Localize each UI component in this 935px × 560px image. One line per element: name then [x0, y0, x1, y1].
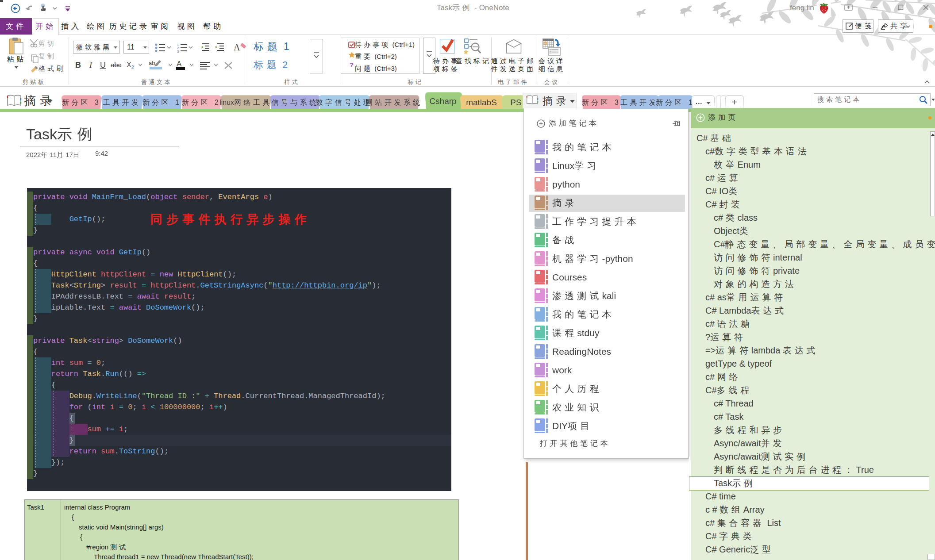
svg-text:A: A	[234, 42, 240, 52]
svg-text:ab: ab	[149, 60, 155, 66]
svg-text:?: ?	[350, 61, 354, 69]
svg-text:3: 3	[177, 50, 179, 54]
svg-text:A: A	[177, 60, 182, 68]
